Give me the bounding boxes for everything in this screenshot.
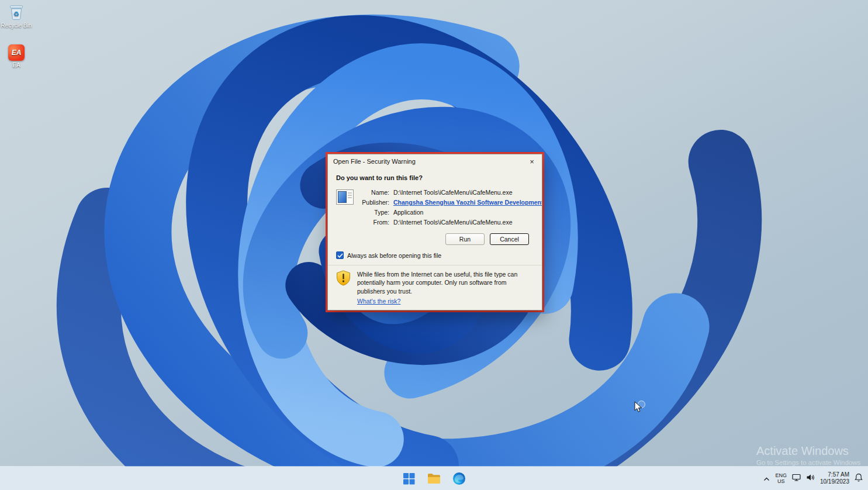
name-value: D:\Internet Tools\iCafeMenu\iCafeMenu.ex… [393, 189, 542, 196]
windows-logo-icon [403, 472, 415, 485]
notification-center-button[interactable] [855, 473, 863, 484]
name-label: Name: [360, 189, 389, 196]
publisher-label: Publisher: [360, 199, 389, 206]
edge-icon [452, 472, 466, 485]
type-label: Type: [360, 209, 389, 216]
close-icon[interactable]: × [522, 154, 542, 168]
tray-time: 7:57 AM [820, 471, 849, 479]
warning-shield-icon [336, 270, 351, 288]
file-info-fields: Name: D:\Internet Tools\iCafeMenu\iCafeM… [360, 189, 542, 226]
type-value: Application [393, 209, 542, 216]
dialog-title: Open File - Security Warning [333, 158, 522, 165]
speaker-icon [806, 474, 815, 481]
always-ask-checkbox[interactable] [336, 251, 344, 259]
chevron-up-icon [763, 477, 770, 481]
dialog-titlebar[interactable]: Open File - Security Warning × [328, 154, 542, 168]
from-label: From: [360, 219, 389, 226]
language-line1: ENG [775, 472, 787, 478]
tray-date: 10/19/2023 [820, 478, 849, 486]
security-warning-dialog: Open File - Security Warning × Do you wa… [327, 154, 542, 310]
file-explorer-button[interactable] [426, 470, 443, 487]
taskbar: ENG US 7:57 AM 10/19/2023 [0, 467, 868, 490]
application-icon [336, 189, 354, 226]
warning-text: While files from the Internet can be use… [357, 271, 517, 295]
run-button[interactable]: Run [445, 233, 485, 245]
whats-the-risk-link[interactable]: What's the risk? [357, 297, 400, 305]
language-switcher[interactable]: ENG US [775, 472, 787, 485]
recycle-bin-label: Recycle Bin [1, 22, 32, 29]
desktop-icon-ea[interactable]: EA EA [0, 44, 35, 68]
ea-label: EA [12, 62, 20, 68]
tray-clock[interactable]: 7:57 AM 10/19/2023 [820, 471, 849, 486]
network-tray-button[interactable] [792, 473, 801, 484]
edge-button[interactable] [451, 470, 468, 487]
ea-logo-text: EA [12, 49, 22, 57]
show-hidden-icons-button[interactable] [763, 473, 770, 484]
folder-icon [427, 473, 441, 484]
bell-icon [855, 473, 863, 482]
recycle-bin-icon: ♻ [8, 4, 25, 21]
network-icon [792, 474, 801, 481]
dialog-question: Do you want to run this file? [336, 174, 535, 181]
volume-tray-button[interactable] [806, 473, 815, 484]
annotation-rectangle: Open File - Security Warning × Do you wa… [326, 152, 544, 312]
language-line2: US [775, 478, 787, 484]
svg-text:♻: ♻ [13, 11, 19, 18]
cancel-button[interactable]: Cancel [490, 233, 529, 245]
publisher-link[interactable]: Changsha Shenghua Yaozhi Software Develo… [393, 199, 542, 206]
desktop-icon-recycle-bin[interactable]: ♻ Recycle Bin [0, 4, 35, 29]
check-icon [337, 253, 343, 258]
from-value: D:\Internet Tools\iCafeMenu\iCafeMenu.ex… [393, 219, 542, 226]
ea-app-icon: EA [8, 44, 25, 61]
start-button[interactable] [400, 470, 418, 487]
always-ask-label: Always ask before opening this file [347, 252, 441, 259]
